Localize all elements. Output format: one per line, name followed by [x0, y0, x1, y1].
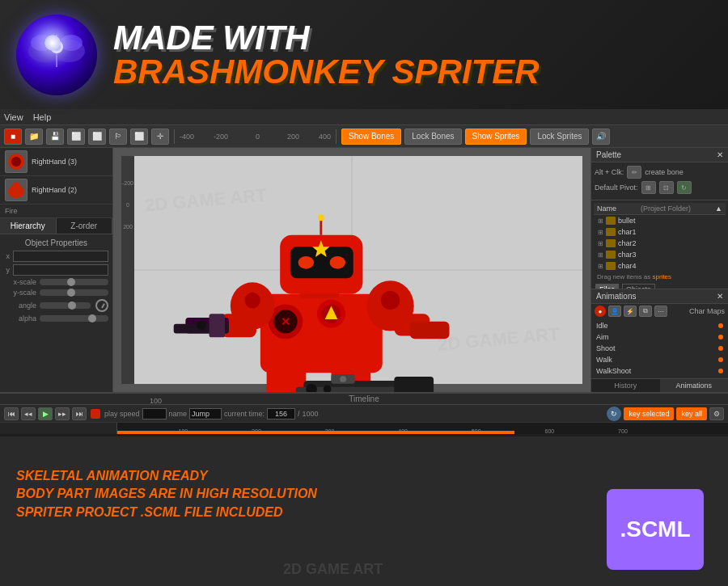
- prop-x-input[interactable]: [13, 251, 108, 262]
- anim-name-input[interactable]: [189, 408, 222, 419]
- loop-btn[interactable]: ↻: [607, 407, 621, 421]
- prop-y-input[interactable]: [13, 264, 108, 276]
- tree-item-char2[interactable]: ⊞ char2: [594, 238, 726, 249]
- key-all-btn[interactable]: key all: [676, 407, 707, 420]
- anim-record-btn[interactable]: ●: [595, 306, 606, 317]
- anim-close-icon[interactable]: ✕: [717, 292, 723, 301]
- sprite-item-righthand2[interactable]: RightHand (2): [0, 176, 112, 204]
- lock-sprites-btn[interactable]: Lock Sprites: [530, 129, 589, 145]
- prop-y-row: y: [4, 264, 108, 276]
- expand-char4[interactable]: ⊞: [597, 263, 603, 270]
- tl-step-back[interactable]: ◂◂: [21, 407, 36, 420]
- tool-btn-1[interactable]: 📁: [25, 129, 43, 145]
- sprite-label-1: RightHand (3): [32, 158, 77, 166]
- canvas-area[interactable]: 2D Game Art 2D Game Art: [113, 148, 590, 392]
- ruler-neg400: -400: [180, 133, 194, 141]
- pivot-btn-1[interactable]: ⊞: [641, 181, 656, 194]
- tool-btn-7[interactable]: ✛: [151, 129, 169, 145]
- file-tree: Name (Project Folder) ▲ ⊞ bullet ⊞ char1…: [591, 200, 728, 289]
- show-sprites-btn[interactable]: Show Sprites: [465, 129, 527, 145]
- history-tab[interactable]: History: [591, 379, 660, 392]
- prop-yscale-slider[interactable]: [40, 289, 108, 296]
- zorder-tab[interactable]: Z-order: [57, 218, 113, 234]
- anim-list: Idle Aim Shoot Walk: [591, 318, 728, 378]
- tool-btn-6[interactable]: ⬜: [130, 129, 148, 145]
- tool-btn-2[interactable]: 💾: [46, 129, 64, 145]
- menu-view[interactable]: View: [4, 112, 23, 122]
- pivot-btn-2[interactable]: ⊡: [659, 181, 674, 194]
- palette-close[interactable]: ✕: [717, 150, 723, 159]
- sprite-item-fire[interactable]: Fire: [0, 204, 112, 218]
- expand-char1[interactable]: ⊞: [597, 229, 603, 236]
- svg-point-53: [340, 376, 346, 382]
- svg-point-8: [11, 157, 21, 167]
- anim-toolbar: ● 👤 ⚡ ⧉ ⋯ Char Maps: [591, 304, 728, 318]
- anim-more-btn[interactable]: ⋯: [654, 306, 667, 317]
- sprite-item-righthand3[interactable]: RightHand (3): [0, 148, 112, 176]
- tl-play[interactable]: ▶: [38, 407, 53, 420]
- hierarchy-tab[interactable]: Hierarchy: [0, 218, 57, 234]
- speaker-btn[interactable]: 🔊: [592, 129, 610, 145]
- prop-yscale-row: y-scale: [4, 289, 108, 297]
- anim-walk[interactable]: Walk: [593, 354, 726, 365]
- char-maps-btn[interactable]: Char Maps: [689, 307, 725, 315]
- default-pivot-row: Default Pivot: ⊞ ⊡ ↻: [595, 181, 725, 194]
- svg-point-5: [50, 40, 63, 53]
- left-sidebar: RightHand (3) RightHand (2) Fire Hierarc…: [0, 148, 113, 392]
- logo-svg: [24, 23, 89, 87]
- anim-shoot[interactable]: Shoot: [593, 343, 726, 354]
- tl-settings-btn[interactable]: ⚙: [709, 407, 724, 420]
- pencil-icon-btn[interactable]: ✏: [627, 166, 641, 179]
- menu-help[interactable]: Help: [33, 112, 52, 122]
- svg-point-3: [60, 35, 83, 51]
- tree-item-bullet[interactable]: ⊞ bullet: [594, 215, 726, 226]
- robot-svg: ✕: [162, 168, 469, 392]
- tl-rewind-end[interactable]: ⏭: [72, 407, 87, 420]
- tool-btn-5[interactable]: 🏳: [109, 129, 127, 145]
- animations-tab[interactable]: Animations: [660, 379, 729, 392]
- show-bones-btn[interactable]: Show Bones: [341, 129, 401, 145]
- current-time-input[interactable]: [267, 408, 295, 419]
- tl-record-btn[interactable]: [91, 409, 100, 419]
- sort-icon[interactable]: ▲: [715, 204, 722, 213]
- prop-alpha-slider[interactable]: [40, 315, 108, 322]
- folder-icon-char2: [606, 239, 616, 247]
- tree-item-char4[interactable]: ⊞ char4: [594, 260, 726, 272]
- stop-btn[interactable]: ■: [4, 129, 22, 145]
- col-folder: (Project Folder): [641, 204, 691, 213]
- prop-x-row: x: [4, 251, 108, 262]
- ruler-track[interactable]: 100 200 300 400 500 600 700: [117, 423, 728, 434]
- expand-char2[interactable]: ⊞: [597, 240, 603, 247]
- tl-step-fwd[interactable]: ▸▸: [55, 407, 70, 420]
- pivot-refresh-btn[interactable]: ↻: [677, 181, 692, 194]
- key-selected-btn[interactable]: key selected: [624, 407, 674, 420]
- prop-xscale-slider[interactable]: [40, 279, 108, 285]
- tree-item-char3[interactable]: ⊞ char3: [594, 249, 726, 260]
- tool-btn-4[interactable]: ⬜: [88, 129, 106, 145]
- scml-badge: .SCML: [607, 489, 704, 570]
- play-speed-input[interactable]: [142, 408, 167, 419]
- tree-item-char1[interactable]: ⊞ char1: [594, 226, 726, 238]
- svg-point-6: [53, 43, 61, 51]
- svg-point-10: [12, 182, 20, 190]
- anim-aim[interactable]: Aim: [593, 331, 726, 343]
- drag-info: Drag new items as sprites: [594, 272, 726, 282]
- expand-char3[interactable]: ⊞: [597, 251, 603, 259]
- lock-bones-btn[interactable]: Lock Bones: [404, 129, 461, 145]
- anim-aim-dot: [718, 335, 723, 339]
- expand-bullet[interactable]: ⊞: [597, 217, 603, 225]
- prop-angle-slider[interactable]: [40, 302, 91, 309]
- anim-walkshoot[interactable]: WalkShoot: [593, 365, 726, 377]
- anim-walkshoot-dot: [718, 369, 723, 373]
- play-speed-label: play speed: [104, 410, 140, 418]
- timeline-header: Timeline: [0, 394, 728, 405]
- tl-rewind-start[interactable]: ⏮: [4, 407, 19, 420]
- anim-idle[interactable]: Idle: [593, 320, 726, 331]
- anim-person-btn[interactable]: 👤: [608, 306, 621, 317]
- svg-point-2: [31, 35, 53, 51]
- anim-walk-btn[interactable]: ⚡: [624, 306, 637, 317]
- anim-copy-btn[interactable]: ⧉: [639, 306, 652, 317]
- timeline-progress: [117, 431, 514, 434]
- angle-dial[interactable]: [95, 299, 108, 312]
- tool-btn-3[interactable]: ⬜: [67, 129, 85, 145]
